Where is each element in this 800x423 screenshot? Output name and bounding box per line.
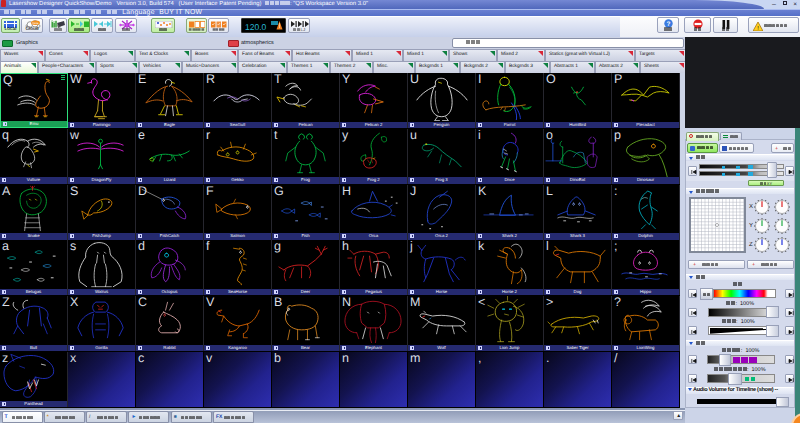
svg-text:beta: beta	[33, 21, 39, 25]
